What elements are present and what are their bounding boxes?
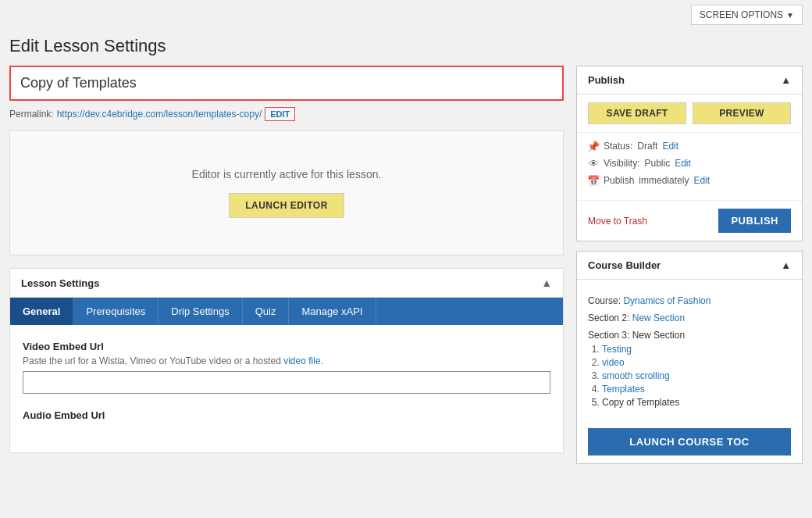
preview-button[interactable]: PREVIEW <box>693 102 791 124</box>
status-edit-link[interactable]: Edit <box>662 141 678 152</box>
lesson-settings-box: Lesson Settings ▲ General Prerequisites … <box>9 268 564 453</box>
course-builder-panel: Course Builder ▲ Course: Dynamics of Fas… <box>576 251 803 464</box>
publish-timing-edit-link[interactable]: Edit <box>693 175 710 186</box>
lesson-list: Testing video smooth scrolling Templates… <box>588 344 791 408</box>
video-embed-hint-after: . <box>321 355 323 366</box>
visibility-value: Public <box>644 158 670 169</box>
section2-label: Section 2: <box>588 313 629 323</box>
publish-actions: SAVE DRAFT PREVIEW <box>577 95 802 133</box>
section2-row: Section 2: New Section <box>588 313 791 323</box>
lesson-link-video[interactable]: video <box>602 357 625 368</box>
lesson-settings-title: Lesson Settings <box>21 277 99 289</box>
course-builder-header: Course Builder ▲ <box>577 252 802 280</box>
status-label: Status: <box>604 141 632 152</box>
visibility-icon: 👁 <box>588 158 599 169</box>
tab-drip-settings[interactable]: Drip Settings <box>158 298 242 325</box>
course-builder-collapse-icon[interactable]: ▲ <box>781 259 791 271</box>
publish-timing-label: Publish <box>604 175 634 186</box>
tabs-row: General Prerequisites Drip Settings Quiz… <box>10 298 563 325</box>
lesson-settings-collapse-icon[interactable]: ▲ <box>541 277 552 289</box>
page-title: Edit Lesson Settings <box>0 30 812 66</box>
publish-panel: Publish ▲ SAVE DRAFT PREVIEW 📌 Status: D… <box>576 66 803 241</box>
permalink-row: Permalink: https://dev.c4ebridge.com/les… <box>9 107 564 121</box>
publish-footer: Move to Trash PUBLISH <box>577 200 802 241</box>
section2-link[interactable]: New Section <box>632 313 685 323</box>
permalink-edit-button[interactable]: EDIT <box>265 107 295 121</box>
list-item: video <box>602 357 791 368</box>
course-label: Course: <box>588 295 621 306</box>
video-embed-hint-before: Paste the url for a Wistia, Vimeo or You… <box>23 355 283 366</box>
sidebar: Publish ▲ SAVE DRAFT PREVIEW 📌 Status: D… <box>576 66 803 473</box>
publish-panel-title: Publish <box>588 74 625 86</box>
audio-embed-label: Audio Embed Url <box>23 409 550 421</box>
visibility-row: 👁 Visibility: Public Edit <box>588 158 791 169</box>
video-embed-label: Video Embed Url <box>23 341 550 352</box>
video-embed-hint-link[interactable]: video file <box>283 355 320 366</box>
screen-options-label: SCREEN OPTIONS <box>700 9 783 20</box>
editor-active-message: Editor is currently active for this less… <box>192 168 382 180</box>
list-item: Templates <box>602 384 791 395</box>
publish-timing-row: 📅 Publish immediately Edit <box>588 175 791 186</box>
calendar-icon: 📅 <box>588 175 599 186</box>
video-embed-field-group: Video Embed Url Paste the url for a Wist… <box>23 341 550 394</box>
launch-editor-button[interactable]: LAUNCH EDITOR <box>229 193 344 218</box>
video-embed-hint: Paste the url for a Wistia, Vimeo or You… <box>23 355 550 366</box>
screen-options-arrow-icon: ▼ <box>786 11 794 20</box>
lesson-link-templates[interactable]: Templates <box>602 384 645 395</box>
editor-panel: Editor is currently active for this less… <box>9 130 564 255</box>
list-item-current: Copy of Templates <box>602 397 791 408</box>
lesson-title-input[interactable] <box>11 67 562 99</box>
save-draft-button[interactable]: SAVE DRAFT <box>588 102 686 124</box>
course-name-row: Course: Dynamics of Fashion <box>588 295 791 306</box>
permalink-link[interactable]: https://dev.c4ebridge.com/lesson/templat… <box>57 109 262 120</box>
screen-options-button[interactable]: SCREEN OPTIONS ▼ <box>691 5 803 25</box>
title-input-wrapper <box>9 66 564 101</box>
visibility-label: Visibility: <box>604 158 639 169</box>
publish-timing-value: immediately <box>639 175 689 186</box>
tab-quiz[interactable]: Quiz <box>243 298 290 325</box>
lesson-link-testing[interactable]: Testing <box>602 344 632 355</box>
publish-button[interactable]: PUBLISH <box>718 209 791 233</box>
audio-embed-field-group: Audio Embed Url <box>23 409 550 421</box>
course-builder-title: Course Builder <box>588 259 661 271</box>
publish-meta: 📌 Status: Draft Edit 👁 Visibility: Publi… <box>577 133 802 200</box>
content-area: Permalink: https://dev.c4ebridge.com/les… <box>9 66 564 473</box>
list-item: Testing <box>602 344 791 355</box>
launch-course-toc-button[interactable]: LAUNCH COURSE TOC <box>588 428 791 455</box>
list-item: smooth scrolling <box>602 370 791 381</box>
tab-general[interactable]: General <box>10 298 73 325</box>
publish-panel-header: Publish ▲ <box>577 66 802 95</box>
tab-manage-xapi[interactable]: Manage xAPI <box>289 298 376 325</box>
lesson-settings-header: Lesson Settings ▲ <box>10 269 563 298</box>
tab-prerequisites[interactable]: Prerequisites <box>73 298 158 325</box>
lesson-link-smooth-scrolling[interactable]: smooth scrolling <box>602 370 670 381</box>
video-embed-input[interactable] <box>23 371 550 394</box>
section3-label: Section 3: New Section <box>588 330 685 341</box>
tab-content-general: Video Embed Url Paste the url for a Wist… <box>10 325 563 452</box>
status-row: 📌 Status: Draft Edit <box>588 141 791 152</box>
course-name-link[interactable]: Dynamics of Fashion <box>623 295 710 306</box>
move-to-trash-link[interactable]: Move to Trash <box>588 216 647 227</box>
visibility-edit-link[interactable]: Edit <box>675 158 691 169</box>
status-value: Draft <box>637 141 657 152</box>
section3-row: Section 3: New Section <box>588 330 791 341</box>
permalink-label: Permalink: <box>9 109 54 120</box>
course-builder-content: Course: Dynamics of Fashion Section 2: N… <box>577 280 802 420</box>
status-icon: 📌 <box>588 141 599 152</box>
publish-collapse-icon[interactable]: ▲ <box>781 74 791 86</box>
